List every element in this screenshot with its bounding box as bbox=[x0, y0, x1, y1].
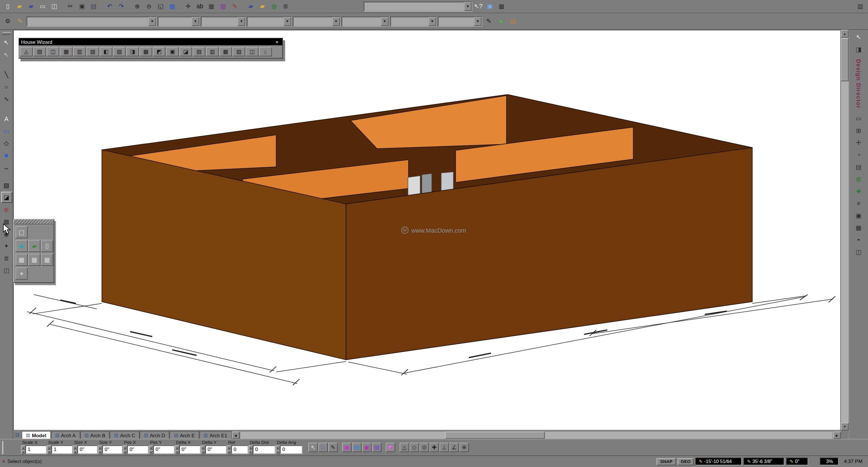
property-combo[interactable]: ▾ bbox=[27, 16, 157, 26]
snap-center-icon[interactable]: ⊙ bbox=[420, 443, 429, 452]
hw-bay-icon[interactable]: ▩ bbox=[140, 47, 152, 56]
spinner[interactable]: ▴ ▾ bbox=[47, 445, 51, 454]
door-frame-right[interactable] bbox=[441, 172, 454, 192]
toolbar-icon[interactable] bbox=[60, 1, 64, 11]
solid-tool-icon[interactable]: ■ bbox=[1, 149, 12, 161]
snap-midpoint-icon[interactable]: ◇ bbox=[410, 443, 419, 452]
hw-floor-icon[interactable]: ▥ bbox=[73, 47, 86, 56]
snap-icon[interactable] bbox=[396, 443, 399, 452]
hw-deck-icon[interactable]: ▧ bbox=[232, 47, 245, 56]
spin-up-icon[interactable]: ▴ bbox=[47, 445, 51, 450]
toolbar-icon[interactable] bbox=[127, 1, 131, 11]
drawing-canvas[interactable]: M www.MacDown.com bbox=[13, 30, 841, 430]
spin-down-icon[interactable]: ▾ bbox=[21, 450, 25, 454]
rt-grid-icon[interactable]: ⊞ bbox=[852, 125, 865, 136]
snap-blue-icon[interactable]: ▩ bbox=[352, 443, 362, 452]
sheet-tab[interactable]: ▤ Arch C bbox=[110, 431, 140, 439]
spinner[interactable]: ▴ ▾ bbox=[98, 445, 102, 454]
coord-field-input[interactable]: 1 bbox=[26, 445, 46, 454]
scrollbar-thumb[interactable] bbox=[445, 431, 545, 438]
toolbar-icon[interactable] bbox=[241, 1, 245, 11]
edit-coord-icon[interactable]: ✎ bbox=[328, 443, 338, 452]
chevron-down-icon[interactable]: ▾ bbox=[192, 17, 199, 26]
grid-blue-icon[interactable]: ▦ bbox=[167, 1, 178, 11]
layers-icon[interactable]: ≣ bbox=[280, 1, 291, 11]
spin-down-icon[interactable]: ▾ bbox=[73, 450, 78, 454]
hw-ext-wall-icon[interactable]: ▤ bbox=[33, 47, 46, 56]
sheet-tab[interactable]: ▤ Arch A bbox=[51, 431, 80, 439]
chevron-down-icon[interactable]: ▾ bbox=[238, 17, 245, 26]
fly-doc-icon[interactable]: ▢ bbox=[16, 226, 28, 238]
spin-up-icon[interactable]: ▴ bbox=[249, 445, 253, 450]
door-frame-mid[interactable] bbox=[422, 173, 432, 194]
spin-up-icon[interactable]: ▴ bbox=[175, 445, 179, 450]
snap-purple-icon[interactable]: ▤ bbox=[372, 443, 381, 452]
hatch-tool-icon[interactable]: ▨ bbox=[1, 180, 12, 191]
sheet-tab[interactable]: ▤ Arch B bbox=[80, 431, 110, 439]
select-tool-icon[interactable]: ↖ bbox=[1, 37, 12, 48]
spinner[interactable]: ▴ ▾ bbox=[249, 445, 253, 454]
save-icon[interactable]: ▰ bbox=[26, 1, 37, 11]
chevron-down-icon[interactable]: ▾ bbox=[429, 17, 436, 26]
line-tool-icon[interactable]: ╲ bbox=[1, 69, 12, 80]
fly-prism-icon[interactable]: ▰ bbox=[28, 240, 41, 252]
hw-bar-icon[interactable]: ◧ bbox=[100, 47, 112, 56]
polygon-tool-icon[interactable]: ◇ bbox=[1, 138, 12, 149]
zoom-out-icon[interactable]: ⊖ bbox=[143, 1, 154, 11]
edit-select-icon[interactable]: ↖ bbox=[1, 49, 12, 60]
coord-field-input[interactable]: 1 bbox=[52, 445, 72, 454]
coord-field-input[interactable]: 0" bbox=[127, 445, 148, 454]
spin-down-icon[interactable]: ▾ bbox=[149, 450, 153, 454]
scrollbar-thumb[interactable] bbox=[841, 38, 848, 81]
layers-panel-icon[interactable]: ≣ bbox=[1, 253, 12, 264]
coord-field-input[interactable]: 0" bbox=[179, 445, 200, 454]
snap-rose-icon[interactable]: ◩ bbox=[386, 443, 395, 452]
fly-box-icon[interactable]: ▯ bbox=[41, 240, 53, 252]
spinner[interactable]: ▴ ▾ bbox=[175, 445, 179, 454]
spinner[interactable]: ▴ ▾ bbox=[73, 445, 78, 454]
snap-icon[interactable] bbox=[338, 443, 342, 452]
spin-up-icon[interactable]: ▴ bbox=[98, 445, 102, 450]
property-combo[interactable]: ▾ bbox=[293, 16, 340, 26]
sheet-tab[interactable]: ▤ Arch D bbox=[140, 431, 170, 439]
zoom-in-icon[interactable]: ⊕ bbox=[132, 1, 143, 11]
rt-orbit-icon[interactable]: ◔ bbox=[852, 149, 865, 161]
rt-material-icon[interactable]: ▦ bbox=[852, 222, 865, 234]
toolbar-icon[interactable] bbox=[100, 1, 104, 11]
spellcheck-icon[interactable]: ab bbox=[194, 1, 206, 11]
wireframe-icon[interactable]: ▦ bbox=[496, 1, 507, 11]
hatch-fill-icon[interactable]: ▨ bbox=[217, 1, 228, 11]
geo-sphere-icon[interactable]: ● bbox=[495, 16, 506, 26]
scroll-up-icon[interactable]: ▲ bbox=[841, 30, 848, 37]
chevron-down-icon[interactable]: ▾ bbox=[148, 17, 156, 26]
cut-icon[interactable]: ✂ bbox=[65, 1, 76, 11]
sheet-tab[interactable]: ▤ Arch E1 bbox=[199, 431, 232, 439]
coord-field-input[interactable]: 0 bbox=[253, 445, 275, 454]
insert-block-icon[interactable]: ◪ bbox=[1, 192, 12, 203]
spinner[interactable]: ▴ ▾ bbox=[201, 445, 205, 454]
coord-field-input[interactable]: 0 bbox=[231, 445, 248, 454]
dimension-tool-icon[interactable]: ↔ bbox=[1, 162, 12, 173]
rt-block-icon[interactable]: ▣ bbox=[852, 210, 865, 222]
ucs-icon[interactable]: ◫ bbox=[1, 265, 12, 276]
spin-down-icon[interactable]: ▾ bbox=[98, 450, 102, 454]
fly-table3-icon[interactable]: ▦ bbox=[41, 254, 53, 266]
spinner[interactable]: ▴ ▾ bbox=[276, 445, 280, 454]
rt-select-icon[interactable]: ↖ bbox=[852, 31, 865, 43]
snap-toggle[interactable]: SNAP bbox=[657, 458, 676, 465]
spin-down-icon[interactable]: ▾ bbox=[227, 450, 231, 454]
coord-field-input[interactable]: 0" bbox=[206, 445, 226, 454]
hw-attic-icon[interactable]: ◩ bbox=[153, 47, 165, 56]
snap-reference-icon[interactable]: ※ bbox=[460, 443, 469, 452]
pencil-icon[interactable]: ✎ bbox=[483, 16, 494, 26]
grid-snap-icon[interactable]: ∷ bbox=[318, 443, 328, 452]
rt-shade-icon[interactable]: ◓ bbox=[852, 235, 865, 246]
rt-panel-icon[interactable]: ◨ bbox=[852, 44, 865, 55]
rt-list-icon[interactable]: ≡ bbox=[852, 198, 865, 209]
chevron-down-icon[interactable]: ▾ bbox=[381, 17, 389, 26]
chevron-down-icon[interactable]: ▾ bbox=[332, 17, 340, 26]
property-combo[interactable]: ▾ bbox=[201, 16, 246, 26]
print-preview-icon[interactable]: ◫ bbox=[49, 1, 60, 11]
table-icon[interactable]: ▦ bbox=[206, 1, 217, 11]
fly-table1-icon[interactable]: ▦ bbox=[16, 254, 28, 266]
